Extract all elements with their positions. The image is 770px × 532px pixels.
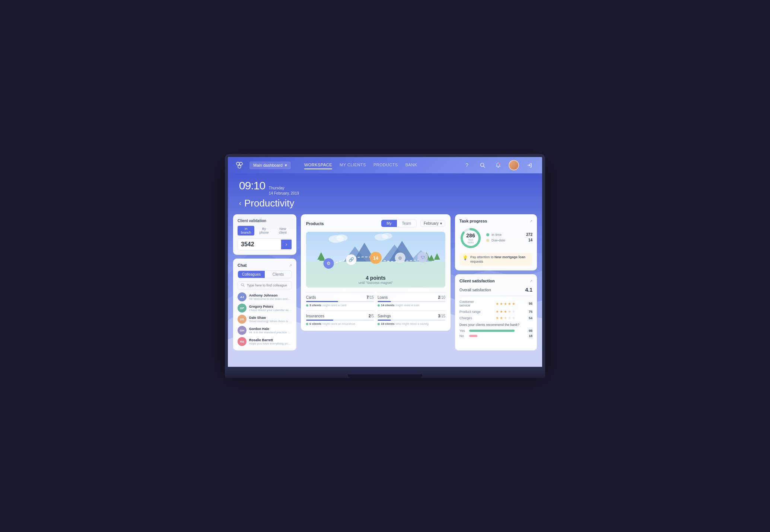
stat-in-time: In time 272 (486, 233, 532, 237)
product-fraction: 2/10 (438, 295, 445, 299)
recommend-label: No (459, 334, 467, 338)
recommend-yes: Yes 98 (459, 329, 532, 333)
colleague-list: AJ Anthony Johnson Hi! Welcome to the te… (238, 292, 292, 346)
product-name: Savings (378, 314, 391, 318)
chat-tab-clients[interactable]: Clients (265, 271, 292, 278)
nav-bank[interactable]: BANK (405, 161, 417, 169)
hint-dot (306, 323, 308, 325)
hint-dot (378, 323, 380, 325)
list-item[interactable]: AJ Anthony Johnson Hi! Welcome to the te… (238, 292, 292, 301)
rating-value: 75 (525, 310, 532, 314)
avatar: GP (238, 304, 246, 313)
list-item[interactable]: GH Gordon Hale Hi. It is the standard pr… (238, 326, 292, 335)
points-text: 4 points (366, 275, 386, 281)
product-fraction: 7/15 (367, 295, 374, 299)
rating-value: 98 (525, 302, 532, 305)
day-label: Thursday (269, 186, 299, 191)
back-arrow-icon[interactable]: ‹ (239, 199, 241, 207)
chat-tab-colleagues[interactable]: Colleagues (238, 271, 265, 278)
satisfaction-header: Client satisfaction ↗ (459, 279, 532, 283)
product-hint: 19 clients who might need a saving (378, 322, 445, 326)
list-item[interactable]: GP Gregory Peters I have linked your cal… (238, 304, 292, 313)
client-search-button[interactable]: › (281, 240, 292, 249)
progress-bar (306, 301, 374, 302)
help-icon[interactable]: ? (462, 160, 472, 170)
svg-point-41 (382, 233, 392, 239)
product-loans: Loans 2/10 (378, 292, 445, 307)
month-dropdown[interactable]: February ▾ (420, 220, 445, 227)
product-name: Insurances (306, 314, 324, 318)
star-icon: ★ (504, 302, 507, 306)
list-item[interactable]: RB Rosalie Barrett Hope you have everyth… (238, 337, 292, 346)
client-id-input[interactable] (238, 239, 281, 250)
star-icon: ★ (512, 302, 515, 306)
avatar: GH (238, 326, 246, 335)
client-validation-tabs: In branch By phone New client (238, 226, 292, 235)
chat-tabs: Colleagues Clients (238, 270, 292, 278)
stat-dot (486, 239, 489, 242)
svg-line-15 (244, 286, 245, 287)
colleague-message: Good morning! When there is time... (249, 320, 292, 323)
hint-text: might need a loan (395, 304, 419, 307)
star-icon: ★ (512, 316, 515, 320)
avatar: AJ (238, 292, 246, 301)
notifications-icon[interactable] (493, 160, 503, 170)
svg-point-6 (499, 163, 500, 164)
colleague-search-input[interactable] (247, 283, 289, 287)
recommend-value: 18 (525, 334, 532, 338)
time-section: 09:10 Thursday 14 February, 2019 (228, 173, 542, 196)
star-icon: ★ (496, 316, 499, 320)
nav-workspace[interactable]: WORKSPACE (304, 161, 332, 169)
colleague-info: Gordon Hale Hi. It is the standard pract… (249, 327, 292, 334)
colleague-info: Anthony Johnson Hi! Welcome to the team … (249, 294, 292, 301)
tab-in-branch[interactable]: In branch (238, 226, 254, 235)
month-label: February (424, 221, 439, 225)
star-icon: ★ (496, 310, 499, 314)
task-expand-icon[interactable]: ↗ (529, 219, 532, 223)
stat-value: 272 (526, 233, 532, 237)
chat-expand-icon[interactable]: ↗ (289, 263, 292, 267)
tab-by-phone[interactable]: By phone (255, 226, 273, 235)
client-validation-card: Client validation In branch By phone New… (233, 214, 296, 255)
tab-new-client[interactable]: New client (274, 226, 292, 235)
my-team-tabs: My Team (381, 219, 417, 227)
tab-team[interactable]: Team (397, 220, 416, 227)
search-icon-sm (241, 283, 245, 288)
left-column: Client validation In branch By phone New… (233, 214, 296, 350)
tab-my[interactable]: My (381, 220, 397, 227)
progress-fill (378, 320, 391, 321)
svg-line-4 (484, 166, 485, 168)
nav-myclients[interactable]: MY CLIENTS (340, 161, 366, 169)
colleague-info: Dale Shaw Good morning! When there is ti… (249, 316, 292, 323)
content-overlay: 09:10 Thursday 14 February, 2019 ‹ Produ… (228, 173, 542, 356)
star-icon: ★ (508, 302, 511, 306)
colleague-search-box (238, 281, 292, 289)
list-item[interactable]: DS Dale Shaw Good morning! When there is… (238, 315, 292, 324)
client-validation-title: Client validation (238, 219, 292, 223)
logout-icon[interactable] (524, 160, 535, 170)
hint-dot (378, 304, 380, 307)
nav-products[interactable]: PRODUCTS (373, 161, 398, 169)
overall-label: Overall satisfaction (459, 288, 491, 292)
star-icon: ★ (500, 310, 503, 314)
dropdown-chevron-icon: ▾ (440, 221, 442, 225)
task-progress-title: Task progress (459, 219, 487, 223)
nav-links: WORKSPACE MY CLIENTS PRODUCTS BANK (304, 161, 456, 169)
hint-count: 3 clients (309, 304, 321, 307)
svg-text:🔗: 🔗 (349, 257, 354, 263)
products-card: Products My Team February ▾ (301, 214, 451, 331)
game-map: ⚙ 🔗 14 ⚙ (306, 232, 445, 288)
recommend-bar-fill (469, 330, 515, 332)
product-fraction: 2/5 (369, 314, 374, 318)
dashboard-dropdown[interactable]: Main dashboard ▾ (249, 161, 291, 169)
svg-point-5 (498, 167, 499, 168)
alert-text: Pay attention to New mortgage loan reque… (470, 255, 529, 264)
colleague-name: Gregory Peters (249, 305, 292, 308)
product-grid: Cards 7/15 (306, 292, 445, 326)
colleague-message: Hi. It is the standard practice when... (249, 331, 292, 334)
colleague-name: Gordon Hale (249, 327, 292, 331)
product-hint: 3 clients might need a card (306, 304, 374, 307)
search-icon[interactable] (477, 160, 488, 170)
satisfaction-expand-icon[interactable]: ↗ (529, 279, 532, 283)
avatar[interactable] (509, 160, 519, 170)
